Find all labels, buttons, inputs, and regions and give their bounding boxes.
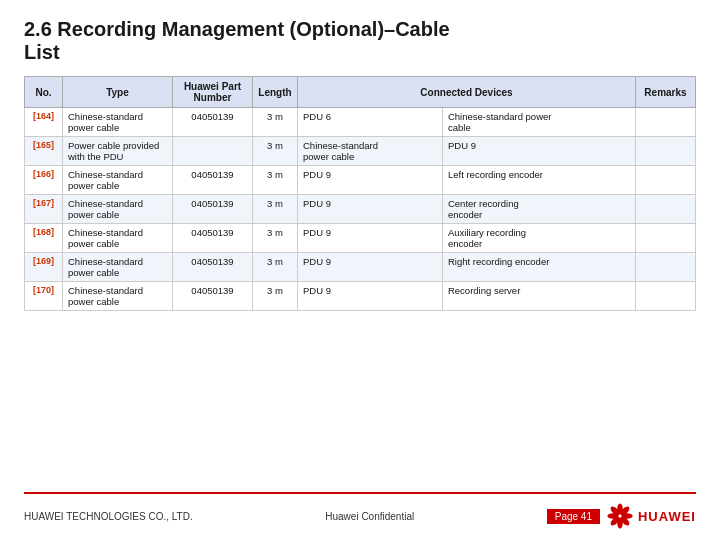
table-cell: [166] — [25, 166, 63, 195]
table-cell: [170] — [25, 282, 63, 311]
table-cell: Chinese-standardpower cable — [63, 282, 173, 311]
page-title-line1: 2.6 Recording Management (Optional)–Cabl… — [24, 18, 696, 41]
table-cell — [636, 282, 696, 311]
table-cell: 04050139 — [173, 282, 253, 311]
table-cell: Chinese-standardpower cable — [63, 224, 173, 253]
table-row: [169]Chinese-standardpower cable04050139… — [25, 253, 696, 282]
table-cell: 04050139 — [173, 166, 253, 195]
table-cell: 04050139 — [173, 108, 253, 137]
footer-right: Page 41 HUAWEI — [547, 502, 696, 530]
table-container: No. Type Huawei PartNumber Length Connec… — [24, 76, 696, 486]
table-cell — [636, 224, 696, 253]
table-cell: Recording server — [442, 282, 635, 311]
table-cell: 3 m — [253, 137, 298, 166]
title-section: 2.6 Recording Management (Optional)–Cabl… — [24, 18, 696, 64]
table-cell: 04050139 — [173, 224, 253, 253]
table-row: [166]Chinese-standardpower cable04050139… — [25, 166, 696, 195]
table-cell: 3 m — [253, 282, 298, 311]
page: 2.6 Recording Management (Optional)–Cabl… — [0, 0, 720, 540]
table-row: [168]Chinese-standardpower cable04050139… — [25, 224, 696, 253]
table-cell — [636, 166, 696, 195]
table-cell: Chinese-standardpower cable — [63, 166, 173, 195]
table-cell: Chinese-standard powercable — [442, 108, 635, 137]
table-cell: Auxiliary recordingencoder — [442, 224, 635, 253]
page-number: Page 41 — [547, 509, 600, 524]
cable-list-table: No. Type Huawei PartNumber Length Connec… — [24, 76, 696, 311]
col-header-remarks: Remarks — [636, 77, 696, 108]
table-cell: Chinese-standardpower cable — [63, 253, 173, 282]
table-cell — [636, 253, 696, 282]
huawei-logo: HUAWEI — [606, 502, 696, 530]
page-title-line2: List — [24, 41, 696, 64]
footer-confidential: Huawei Confidential — [325, 511, 414, 522]
col-header-connected: Connected Devices — [298, 77, 636, 108]
table-cell: PDU 9 — [298, 166, 443, 195]
col-header-part: Huawei PartNumber — [173, 77, 253, 108]
footer: HUAWEI TECHNOLOGIES CO., LTD. Huawei Con… — [24, 492, 696, 530]
col-header-length: Length — [253, 77, 298, 108]
table-cell: 3 m — [253, 108, 298, 137]
table-cell: PDU 9 — [298, 224, 443, 253]
table-cell: PDU 6 — [298, 108, 443, 137]
table-cell: Center recordingencoder — [442, 195, 635, 224]
table-cell: Chinese-standardpower cable — [63, 108, 173, 137]
table-cell: 3 m — [253, 166, 298, 195]
table-cell: Left recording encoder — [442, 166, 635, 195]
footer-company: HUAWEI TECHNOLOGIES CO., LTD. — [24, 511, 193, 522]
table-cell: 04050139 — [173, 195, 253, 224]
table-cell — [636, 137, 696, 166]
table-cell: [164] — [25, 108, 63, 137]
table-cell: 04050139 — [173, 253, 253, 282]
col-header-type: Type — [63, 77, 173, 108]
table-cell: Power cable providedwith the PDU — [63, 137, 173, 166]
table-cell: [168] — [25, 224, 63, 253]
table-cell: PDU 9 — [298, 195, 443, 224]
table-cell: Chinese-standardpower cable — [298, 137, 443, 166]
table-cell: [167] — [25, 195, 63, 224]
table-row: [165]Power cable providedwith the PDU3 m… — [25, 137, 696, 166]
col-header-no: No. — [25, 77, 63, 108]
table-row: [170]Chinese-standardpower cable04050139… — [25, 282, 696, 311]
table-cell — [636, 195, 696, 224]
table-cell: PDU 9 — [298, 253, 443, 282]
table-cell: 3 m — [253, 224, 298, 253]
table-cell: PDU 9 — [298, 282, 443, 311]
table-cell: Chinese-standardpower cable — [63, 195, 173, 224]
table-cell: [169] — [25, 253, 63, 282]
table-cell — [636, 108, 696, 137]
table-row: [164]Chinese-standardpower cable04050139… — [25, 108, 696, 137]
table-row: [167]Chinese-standardpower cable04050139… — [25, 195, 696, 224]
table-cell: 3 m — [253, 195, 298, 224]
huawei-flower-icon — [606, 502, 634, 530]
huawei-brand-text: HUAWEI — [638, 509, 696, 524]
table-cell: Right recording encoder — [442, 253, 635, 282]
table-cell: 3 m — [253, 253, 298, 282]
table-cell: PDU 9 — [442, 137, 635, 166]
table-cell: [165] — [25, 137, 63, 166]
table-cell — [173, 137, 253, 166]
